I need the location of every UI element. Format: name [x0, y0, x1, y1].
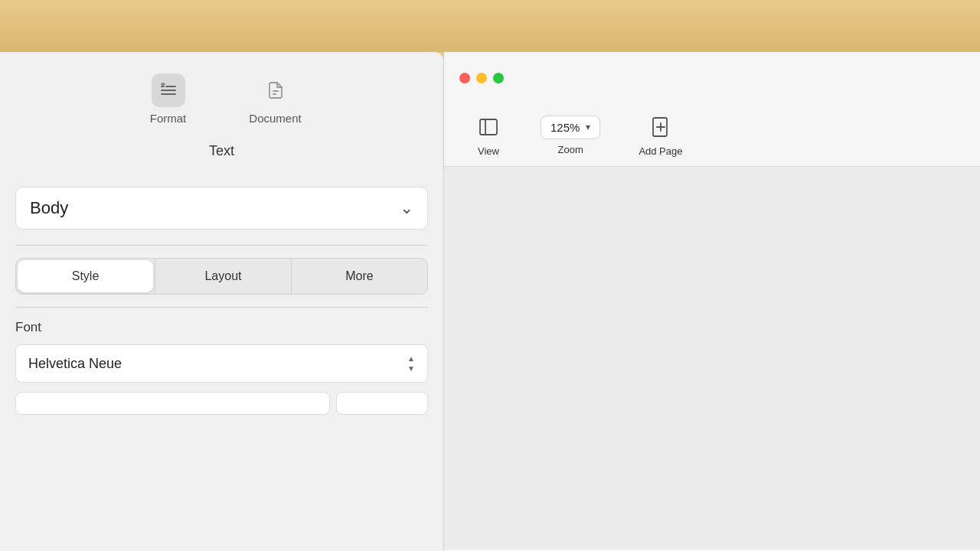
main-area: Format Document Text Body ⌄ — [0, 52, 980, 551]
window-toolbar: View 125% ▾ Zoom — [444, 104, 980, 167]
zoom-dropdown[interactable]: 125% ▾ — [541, 116, 600, 139]
font-stepper-arrows[interactable]: ▲ ▼ — [407, 354, 415, 373]
minimize-button[interactable] — [476, 73, 487, 83]
zoom-chevron-icon: ▾ — [586, 122, 590, 132]
document-icon-bg — [259, 73, 292, 107]
font-section: Font Helvetica Neue ▲ ▼ — [0, 308, 443, 383]
stepper-up-icon: ▲ — [407, 354, 415, 363]
sidebar-toolbar: Format Document — [0, 52, 443, 137]
style-tabs-row: Style Layout More — [15, 258, 428, 295]
view-label: View — [478, 145, 499, 157]
font-family-value: Helvetica Neue — [28, 356, 122, 372]
view-icon — [475, 113, 502, 141]
window-titlebar — [444, 52, 980, 104]
document-tab-label: Document — [249, 112, 301, 125]
format-tab-button[interactable]: Format — [138, 73, 199, 125]
style-tabs-container: Style Layout More — [15, 258, 428, 295]
traffic-lights — [459, 73, 504, 83]
font-family-dropdown[interactable]: Helvetica Neue ▲ ▼ — [15, 344, 428, 383]
font-style-dropdown[interactable]: ▲▼ — [15, 392, 330, 415]
add-page-label: Add Page — [639, 145, 682, 157]
document-canvas — [444, 167, 980, 549]
format-icon — [159, 81, 178, 99]
font-size-input[interactable] — [336, 392, 428, 415]
more-tab-button[interactable]: More — [292, 259, 427, 294]
close-button[interactable] — [459, 73, 470, 83]
maximize-button[interactable] — [493, 73, 504, 83]
sidebar: Format Document Text Body ⌄ — [0, 52, 444, 551]
body-dropdown-chevron-icon: ⌄ — [400, 198, 413, 218]
divider-1 — [15, 245, 428, 246]
view-toolbar-button[interactable]: View — [475, 113, 502, 157]
svg-rect-4 — [480, 119, 497, 135]
right-panel: View 125% ▾ Zoom — [444, 52, 980, 551]
add-page-icon — [647, 113, 675, 141]
stepper-down-icon: ▼ — [407, 364, 415, 373]
format-icon-bg — [152, 73, 185, 107]
style-tab-button[interactable]: Style — [18, 260, 153, 292]
top-bar — [0, 0, 980, 52]
text-section-label: Text — [0, 137, 443, 171]
document-tab-button[interactable]: Document — [245, 73, 306, 125]
font-section-label: Font — [15, 320, 428, 335]
window-chrome: View 125% ▾ Zoom — [444, 52, 980, 551]
body-style-value: Body — [30, 198, 68, 218]
zoom-toolbar-control[interactable]: 125% ▾ Zoom — [541, 116, 600, 155]
format-tab-label: Format — [150, 112, 187, 125]
body-style-dropdown[interactable]: Body ⌄ — [15, 187, 428, 230]
document-icon — [266, 81, 285, 99]
zoom-label: Zoom — [558, 144, 583, 155]
add-page-button[interactable]: Add Page — [639, 113, 682, 157]
layout-tab-button[interactable]: Layout — [155, 259, 291, 294]
zoom-value: 125% — [550, 121, 580, 134]
font-size-row: ▲▼ — [15, 392, 428, 415]
